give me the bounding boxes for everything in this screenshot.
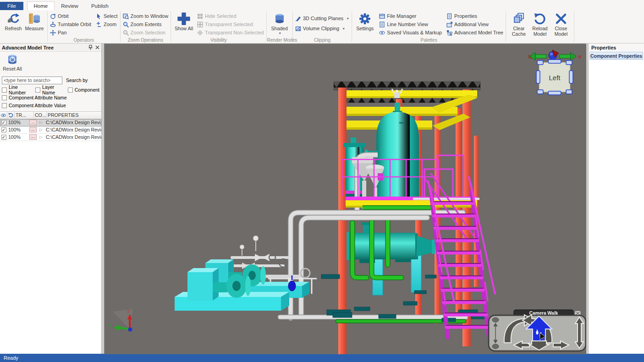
- pan-icon: [50, 30, 56, 36]
- volume-clipping-button[interactable]: Volume Clipping ▼: [295, 25, 350, 32]
- row-path: C:\CADWorx Design Revie...: [46, 127, 101, 132]
- layer-name-checkbox[interactable]: [35, 88, 40, 93]
- compass-south-label: S: [578, 55, 581, 59]
- pin-icon[interactable]: [88, 45, 93, 50]
- reset-all-button[interactable]: Reset All: [2, 54, 23, 72]
- line-number-view-button[interactable]: Line Number View: [379, 21, 442, 28]
- row-expand-arrow[interactable]: ▷: [39, 120, 46, 125]
- filter-layer-name[interactable]: Layer Name: [35, 84, 62, 95]
- row-transparency: 100%: [7, 120, 27, 125]
- shaded-icon: [273, 12, 286, 26]
- volume-clipping-dropdown-arrow[interactable]: ▼: [342, 27, 345, 30]
- refresh-button[interactable]: Refresh: [3, 11, 24, 32]
- camera-walk-control[interactable]: Camera Walk: [489, 310, 586, 351]
- filter-line-number[interactable]: Line Number: [2, 84, 30, 95]
- cutting-planes-button[interactable]: 3D Cutting Planes ▼: [295, 15, 350, 22]
- row-expand-arrow[interactable]: ▷: [39, 127, 46, 132]
- group-render-modes: Shaded ▼ Render Modes: [267, 11, 292, 43]
- row-checkbox[interactable]: ✓: [1, 120, 6, 125]
- refresh-column-icon[interactable]: [7, 112, 15, 119]
- advanced-model-tree-button[interactable]: Advanced Model Tree: [446, 29, 503, 36]
- ribbon-separator: [574, 11, 574, 42]
- pan-button[interactable]: Pan: [50, 29, 91, 36]
- transparent-selected-button: Transparent Selected: [197, 21, 264, 28]
- search-filters: Line Number Layer Name Component Compone…: [0, 85, 101, 111]
- walk-speed-knob-top[interactable]: [492, 318, 499, 322]
- additional-view-button[interactable]: Additional View: [446, 21, 503, 28]
- group-clipping: 3D Cutting Planes ▼ Volume Clipping ▼ Cl…: [293, 11, 352, 43]
- close-model-button[interactable]: Close Model: [550, 11, 572, 37]
- row-path: C:\CADWorx Design Revie...: [46, 120, 101, 125]
- hide-selected-button: Hide Selected: [197, 12, 264, 20]
- component-attr-value-checkbox[interactable]: [2, 103, 7, 108]
- properties-column-header[interactable]: PROPERTIES: [47, 112, 101, 119]
- reset-all-icon: [6, 54, 18, 66]
- transparent-non-selected-button: Transparent Non-Selected: [197, 29, 264, 36]
- row-color-button[interactable]: ...: [29, 134, 37, 140]
- advanced-model-tree-panel: Advanced Model Tree Reset All Search by …: [0, 44, 102, 354]
- settings-button[interactable]: Settings: [354, 11, 375, 32]
- file-manager-button[interactable]: File Manager: [379, 12, 442, 20]
- reload-model-button[interactable]: Reload Model: [529, 11, 550, 37]
- ribbon-separator: [352, 11, 352, 42]
- table-row[interactable]: ✓ 100% ... ▷ C:\CADWorx Design Revie...: [0, 126, 101, 134]
- color-column-header[interactable]: CO...: [34, 112, 47, 119]
- table-row[interactable]: ✓ 100% ... ▷ C:\CADWorx Design Revie...: [0, 119, 101, 126]
- component-attr-name-checkbox[interactable]: [2, 95, 7, 100]
- ribbon-body: Refresh Measure Orbit: [0, 10, 644, 43]
- additional-view-icon: [446, 22, 452, 27]
- search-input[interactable]: [2, 77, 62, 84]
- component-properties-header[interactable]: Component Properties: [589, 52, 643, 60]
- transparent-selected-icon: [197, 22, 203, 27]
- zoom-selection-button: Zoom Selection: [123, 29, 169, 36]
- tab-file[interactable]: File: [0, 2, 23, 10]
- orbit-icon: [50, 13, 56, 19]
- row-color-button[interactable]: ...: [29, 127, 37, 132]
- walk-speed-knob-bottom[interactable]: [492, 344, 499, 349]
- row-color-button[interactable]: ...: [29, 120, 37, 125]
- measure-button[interactable]: Measure: [24, 11, 45, 32]
- component-checkbox[interactable]: [68, 88, 73, 93]
- clear-cache-button[interactable]: Clear Cache: [508, 11, 529, 37]
- transparency-column-header[interactable]: TR...: [15, 112, 34, 119]
- row-checkbox[interactable]: ✓: [1, 127, 6, 132]
- axis-z-label: z: [127, 308, 130, 313]
- saved-visuals-markup-button[interactable]: Saved Visuals & Markup: [379, 29, 442, 36]
- show-all-button[interactable]: Show All: [173, 11, 194, 32]
- filter-component-attr-name[interactable]: Component Attribute Name: [2, 95, 67, 100]
- table-header: TR... CO... PROPERTIES: [0, 112, 101, 119]
- zoom-to-window-button[interactable]: Zoom to Window: [123, 12, 169, 20]
- file-manager-icon: [379, 13, 385, 19]
- table-row[interactable]: ✓ 100% ... ▷ C:\CADWorx Design Revie...: [0, 134, 101, 141]
- zoom-button[interactable]: Zoom: [96, 21, 118, 28]
- 3d-viewport[interactable]: z y: [104, 44, 586, 354]
- cutting-planes-dropdown-arrow[interactable]: ▼: [346, 17, 349, 20]
- line-number-checkbox[interactable]: [2, 88, 7, 93]
- refresh-icon: [7, 12, 20, 26]
- filter-component-attr-value[interactable]: Component Attribute Value: [2, 103, 66, 108]
- shaded-dropdown-arrow[interactable]: ▼: [278, 32, 281, 35]
- properties-empty-area: [589, 60, 644, 354]
- tab-home[interactable]: Home: [27, 1, 55, 10]
- orbit-button[interactable]: Orbit: [50, 12, 91, 20]
- zoom-extents-button[interactable]: Zoom Extents: [123, 21, 169, 28]
- visibility-column-icon[interactable]: [0, 112, 7, 119]
- shaded-button[interactable]: Shaded ▼: [269, 11, 290, 35]
- zoom-to-window-icon: [123, 13, 129, 19]
- tab-publish[interactable]: Publish: [85, 2, 115, 10]
- row-transparency: 100%: [7, 134, 27, 140]
- properties-panel: Properties Component Properties: [588, 44, 644, 354]
- turntable-orbit-button[interactable]: Turntable Orbit: [50, 21, 91, 28]
- group-main: Refresh Measure: [1, 11, 47, 43]
- zoom-selection-icon: [123, 30, 129, 36]
- row-checkbox[interactable]: ✓: [1, 135, 6, 140]
- filter-component[interactable]: Component: [68, 87, 99, 93]
- select-button[interactable]: Select: [96, 12, 118, 20]
- close-panel-icon[interactable]: [95, 45, 99, 49]
- properties-palette-button[interactable]: Properties: [446, 12, 503, 20]
- tab-review[interactable]: Review: [55, 2, 85, 10]
- line-number-view-icon: [379, 22, 385, 27]
- ribbon-separator: [171, 11, 171, 42]
- row-expand-arrow[interactable]: ▷: [39, 135, 46, 139]
- nav-cube-face-label[interactable]: Left: [549, 74, 561, 82]
